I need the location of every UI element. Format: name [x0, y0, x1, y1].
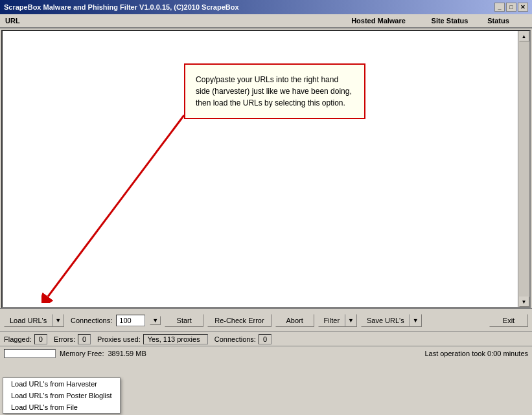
col-hosted-malware-header: Hosted Malware — [336, 17, 421, 25]
abort-button[interactable]: Abort — [275, 314, 314, 327]
status-bar: Flagged: 0 Errors: 0 Proxies used: Yes, … — [0, 331, 532, 346]
connections-label: Connections: — [71, 317, 112, 324]
scrollbar[interactable]: ▲ ▼ — [518, 31, 529, 307]
col-status-header: Status — [479, 17, 518, 25]
save-urls-button[interactable]: Save URL's — [361, 314, 410, 327]
progress-bar — [4, 349, 56, 358]
dropdown-item-file[interactable]: Load URL's from File — [3, 401, 120, 413]
save-urls-split-button[interactable]: Save URL's ▼ — [361, 314, 422, 327]
flagged-value: 0 — [34, 334, 47, 344]
load-urls-dropdown-arrow[interactable]: ▼ — [52, 314, 64, 327]
filter-dropdown-arrow[interactable]: ▼ — [345, 314, 357, 327]
filter-button[interactable]: Filter — [318, 314, 345, 327]
column-headers: URL Hosted Malware Site Status Status — [0, 14, 532, 28]
load-urls-split-button[interactable]: Load URL's ▼ — [4, 314, 64, 327]
errors-value: 0 — [78, 334, 91, 344]
load-urls-dropdown-menu: Load URL's from Harvester Load URL's fro… — [3, 377, 121, 414]
scrollbar-up-button[interactable]: ▲ — [519, 31, 529, 41]
memory-free-value: 3891.59 MB — [108, 350, 146, 357]
last-operation-label: Last operation took 0:00 minutes — [424, 350, 528, 357]
flagged-label: Flagged: — [4, 335, 32, 343]
col-site-status-header: Site Status — [421, 17, 479, 25]
errors-section: Errors: 0 — [54, 334, 91, 344]
proxies-section: Proxies used: Yes, 113 proxies — [97, 334, 208, 344]
load-urls-button[interactable]: Load URL's — [4, 314, 52, 327]
memory-free-label: Memory Free: — [60, 350, 104, 357]
save-urls-dropdown-arrow[interactable]: ▼ — [410, 314, 422, 327]
title-bar-buttons: _ □ ✕ — [494, 3, 528, 12]
title-bar: ScrapeBox Malware and Phishing Filter V1… — [0, 0, 532, 14]
proxies-used-value: Yes, 113 proxies — [143, 334, 208, 344]
url-list: ▲ ▼ Copy/paste your URLs into the right … — [1, 30, 531, 308]
connections-status-label: Connections: — [214, 335, 256, 343]
maximize-button[interactable]: □ — [506, 3, 516, 12]
recheck-error-button[interactable]: Re-Check Error — [207, 314, 271, 327]
dropdown-item-harvester[interactable]: Load URL's from Harvester — [3, 378, 120, 390]
app-title: ScrapeBox Malware and Phishing Filter V1… — [4, 3, 239, 11]
tooltip-box: Copy/paste your URLs into the right hand… — [184, 63, 365, 119]
filter-split-button[interactable]: Filter ▼ — [318, 314, 357, 327]
connections-dropdown-button[interactable]: ▼ — [150, 316, 161, 325]
start-button[interactable]: Start — [165, 314, 203, 327]
col-url-header: URL — [3, 17, 336, 25]
connections-status-value: 0 — [259, 334, 272, 344]
proxies-used-label: Proxies used: — [97, 335, 141, 343]
svg-line-1 — [48, 115, 184, 297]
minimize-button[interactable]: _ — [494, 3, 505, 12]
connections-status-section: Connections: 0 — [214, 334, 272, 344]
bottom-left: Memory Free: 3891.59 MB — [4, 349, 146, 358]
exit-button[interactable]: Exit — [489, 314, 528, 327]
tooltip-text: Copy/paste your URLs into the right hand… — [196, 75, 352, 107]
toolbar: Load URL's ▼ Connections: ▼ Start Re-Che… — [0, 308, 532, 331]
tooltip-arrow — [41, 96, 197, 303]
close-button[interactable]: ✕ — [518, 3, 528, 12]
dropdown-item-poster-bloglist[interactable]: Load URL's from Poster Bloglist — [3, 390, 120, 401]
scrollbar-track[interactable] — [519, 41, 529, 297]
errors-label: Errors: — [54, 335, 75, 343]
connections-input[interactable] — [116, 315, 145, 326]
flagged-section: Flagged: 0 — [4, 334, 47, 344]
scrollbar-down-button[interactable]: ▼ — [519, 297, 529, 307]
bottom-bar: Memory Free: 3891.59 MB Last operation t… — [0, 346, 532, 360]
